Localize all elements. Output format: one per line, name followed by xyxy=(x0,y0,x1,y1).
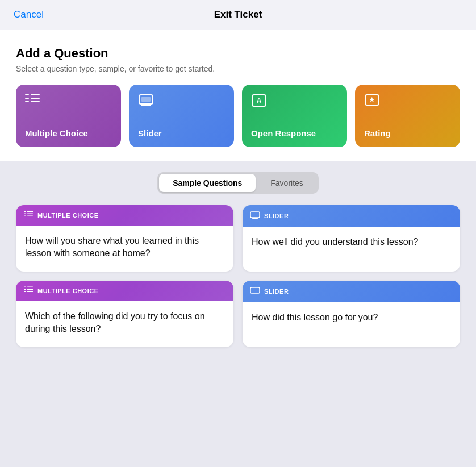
tab-favorites[interactable]: Favorites xyxy=(257,174,317,192)
svg-rect-28 xyxy=(252,294,258,294)
svg-rect-13 xyxy=(24,211,26,212)
multiple-choice-icon xyxy=(25,94,112,110)
svg-rect-27 xyxy=(250,287,260,293)
sample-card-mc-1[interactable]: MULTIPLE CHOICE How will you share what … xyxy=(16,205,233,272)
add-question-subtitle: Select a question type, sample, or favor… xyxy=(16,64,460,73)
sample-card-slider-1-type-label: SLIDER xyxy=(264,212,289,219)
tab-sample-questions[interactable]: Sample Questions xyxy=(159,174,256,192)
svg-text:★: ★ xyxy=(369,95,375,104)
bottom-section: Sample Questions Favorites MULTIPLE xyxy=(0,161,476,467)
svg-rect-22 xyxy=(24,289,26,290)
svg-rect-4 xyxy=(31,98,40,99)
open-response-icon: A xyxy=(251,94,338,111)
type-card-multiple-choice[interactable]: Multiple Choice xyxy=(16,85,121,147)
header: Cancel Exit Ticket xyxy=(0,0,476,30)
multiple-choice-small-icon-2 xyxy=(24,286,33,295)
multiple-choice-label: Multiple Choice xyxy=(25,128,112,138)
sample-card-slider-2-question: How did this lesson go for you? xyxy=(243,302,460,335)
svg-rect-16 xyxy=(27,211,33,212)
svg-rect-25 xyxy=(27,289,33,290)
svg-rect-7 xyxy=(141,105,151,106)
svg-rect-19 xyxy=(250,212,260,218)
tab-bar: Sample Questions Favorites xyxy=(16,172,460,194)
type-cards-row: Multiple Choice Slider A Open Response xyxy=(16,85,460,147)
main-content-section: Add a Question Select a question type, s… xyxy=(0,30,476,161)
sample-card-mc-2[interactable]: MULTIPLE CHOICE Which of the following d… xyxy=(16,281,233,347)
sample-card-mc-1-type-label: MULTIPLE CHOICE xyxy=(37,212,99,219)
svg-rect-1 xyxy=(25,98,29,99)
open-response-label: Open Response xyxy=(251,128,338,138)
svg-rect-18 xyxy=(27,216,33,217)
sample-card-mc-1-header: MULTIPLE CHOICE xyxy=(16,205,233,226)
slider-icon xyxy=(138,94,225,110)
sample-cards-grid: MULTIPLE CHOICE How will you share what … xyxy=(16,205,460,347)
sample-card-mc-2-question: Which of the following did you try to fo… xyxy=(16,301,233,347)
svg-rect-2 xyxy=(25,101,29,102)
svg-rect-14 xyxy=(24,214,26,215)
svg-rect-17 xyxy=(27,214,33,215)
tab-group: Sample Questions Favorites xyxy=(157,172,319,194)
sample-card-slider-1[interactable]: SLIDER How well did you understand this … xyxy=(243,205,460,272)
type-card-rating[interactable]: ★ Rating xyxy=(355,85,460,147)
rating-label: Rating xyxy=(364,128,451,138)
svg-rect-23 xyxy=(24,291,26,292)
page-title: Exit Ticket xyxy=(214,9,262,20)
svg-rect-5 xyxy=(31,101,40,102)
type-card-slider[interactable]: Slider xyxy=(129,85,234,147)
sample-card-slider-2-type-label: SLIDER xyxy=(264,288,289,295)
svg-rect-26 xyxy=(27,291,33,292)
slider-label: Slider xyxy=(138,128,225,138)
sample-card-mc-1-question: How will you share what you learned in t… xyxy=(16,226,233,272)
sample-card-mc-2-type-label: MULTIPLE CHOICE xyxy=(37,287,99,294)
svg-rect-0 xyxy=(25,94,29,95)
slider-small-icon xyxy=(250,211,260,221)
svg-rect-15 xyxy=(24,216,26,217)
svg-rect-24 xyxy=(27,286,33,287)
type-card-open-response[interactable]: A Open Response xyxy=(242,85,347,147)
svg-rect-3 xyxy=(31,94,40,95)
add-question-title: Add a Question xyxy=(16,46,460,61)
sample-card-slider-2-header: SLIDER xyxy=(243,281,460,302)
svg-rect-8 xyxy=(141,97,151,102)
cancel-button[interactable]: Cancel xyxy=(14,9,44,20)
slider-small-icon-2 xyxy=(250,286,260,297)
sample-card-mc-2-header: MULTIPLE CHOICE xyxy=(16,281,233,301)
sample-card-slider-2[interactable]: SLIDER How did this lesson go for you? xyxy=(243,281,460,347)
sample-card-slider-1-header: SLIDER xyxy=(243,205,460,227)
svg-rect-21 xyxy=(24,286,26,287)
rating-icon: ★ xyxy=(364,94,451,110)
svg-text:A: A xyxy=(257,97,262,105)
sample-card-slider-1-question: How well did you understand this lesson? xyxy=(243,227,460,260)
multiple-choice-small-icon xyxy=(24,211,33,220)
svg-rect-20 xyxy=(252,218,258,219)
